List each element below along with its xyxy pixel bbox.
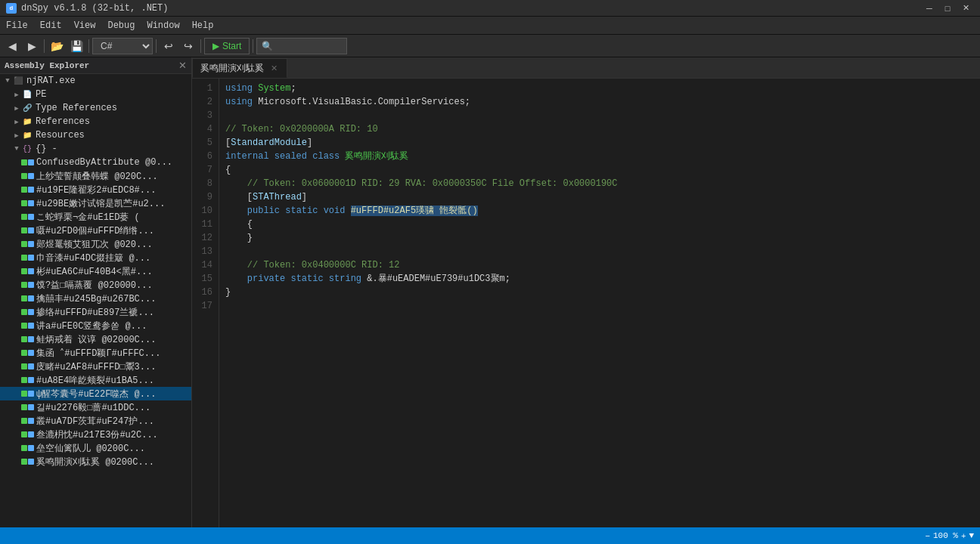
tree-label: 讲a#uFE0C竖鸯参쏟 @... [36, 320, 147, 332]
app-icon: d [6, 3, 17, 14]
tree-label: 掺络#uFFFD#uE897兰褫... [36, 306, 154, 319]
tree-label: 叁漉枂忱#u217E3份#u2C... [36, 428, 158, 441]
tree-label: 彬#uEA6C#uF40B4<黑#... [36, 265, 153, 278]
expand-arrow-resources[interactable]: ▶ [12, 131, 21, 140]
undo-button[interactable]: ↩ [160, 37, 178, 55]
sidebar-title: Assembly Explorer [5, 61, 89, 70]
sidebar-header: Assembly Explorer ✕ [0, 57, 191, 74]
list-item[interactable]: 上纱莹誓颠叠韩蝶 @020C... [0, 169, 191, 183]
minimize-button[interactable]: ─ [921, 0, 938, 17]
tree-label: ConfusedByAttribute @0... [36, 157, 172, 168]
tree-label-njrat: njRAT.exe [26, 76, 76, 86]
code-content[interactable]: using System; using Microsoft.VisualBasi… [219, 79, 980, 527]
expand-arrow-typerefs[interactable]: ▶ [12, 104, 21, 113]
line-num: 10 [195, 204, 212, 218]
sidebar-close-button[interactable]: ✕ [178, 60, 187, 71]
line-num: 9 [195, 190, 212, 204]
list-item[interactable]: ConfusedByAttribute @0... [0, 156, 191, 169]
zoom-control: − 100 % + ▼ [924, 531, 975, 540]
exe-icon: ⬛ [12, 76, 24, 86]
sidebar-tree[interactable]: ▼ ⬛ njRAT.exe ▶ 📄 PE ▶ 🔗 Type References [0, 74, 191, 527]
tab-close-button[interactable]: ✕ [268, 63, 279, 73]
tree-label-ns: {} - [36, 144, 57, 154]
menu-bar: File Edit View Debug Window Help [0, 17, 980, 35]
list-item[interactable]: 掺络#uFFFD#uE897兰褫... [0, 305, 191, 319]
line-num: 7 [195, 163, 212, 177]
window-controls: ─ □ ✕ [921, 0, 974, 17]
line-num: 2 [195, 95, 212, 109]
menu-view[interactable]: View [68, 17, 102, 34]
code-editor[interactable]: 1 2 3 4 5 6 7 8 9 10 11 12 13 14 15 16 1… [192, 79, 980, 527]
tab-main[interactable]: 奚鸣開演刈駄奚 ✕ [192, 58, 287, 78]
tree-node-pe[interactable]: ▶ 📄 PE [0, 88, 191, 101]
tree-label: 嗫#u2FD0個#uFFFD绡绺... [36, 224, 154, 237]
tree-label: #u29BE嫩讨试镕是凯苎#u2... [36, 197, 165, 210]
tree-label: 郧煜鼍顿艾狙兀次 @020... [36, 238, 153, 251]
line-num: 5 [195, 136, 212, 150]
save-button[interactable]: 💾 [67, 37, 85, 55]
list-item[interactable]: 巾音漆#uF4DC掇挂簸 @... [0, 251, 191, 264]
line-num: 14 [195, 258, 212, 272]
tree-label: こ蛇蜉栗¬金#uE1ED蒌 ( [36, 211, 140, 224]
tree-label: 庋睹#u2AF8#uFFFD□鬻3... [36, 360, 156, 373]
menu-window[interactable]: Window [141, 17, 185, 34]
start-button[interactable]: ▶ Start [204, 38, 250, 54]
zoom-minus-button[interactable]: − [924, 531, 932, 540]
list-item[interactable]: 庋睹#u2AF8#uFFFD□鬻3... [0, 360, 191, 373]
redo-button[interactable]: ↪ [179, 37, 197, 55]
toolbar-separator-2 [88, 39, 89, 53]
menu-edit[interactable]: Edit [34, 17, 68, 34]
list-item[interactable]: 垒空仙篱队儿 @0200C... [0, 441, 191, 455]
tree-node-selected[interactable]: ψ醒芩囊号#uE22F噬杰 @... [0, 387, 191, 400]
list-item[interactable]: #uA8E4哞龁颊裂#u1BA5... [0, 373, 191, 387]
open-button[interactable]: 📂 [48, 37, 66, 55]
tree-label: 叢#uA7DF茨茸#uF247护... [36, 415, 154, 428]
tree-node-references[interactable]: ▶ 📁 References [0, 115, 191, 128]
expand-arrow-references[interactable]: ▶ [12, 117, 21, 126]
forward-button[interactable]: ▶ [23, 37, 41, 55]
line-num: 4 [195, 122, 212, 136]
list-item[interactable]: 奚鸣開演刈駄奚 @0200C... [0, 455, 191, 468]
zoom-dropdown-arrow[interactable]: ▼ [969, 531, 974, 540]
tree-node-type-refs[interactable]: ▶ 🔗 Type References [0, 101, 191, 115]
list-item[interactable]: 馍?益□嗝蒸覆 @020000... [0, 278, 191, 292]
typeref-icon: 🔗 [21, 103, 33, 113]
language-selector[interactable]: C# VB IL [92, 38, 153, 54]
maximize-button[interactable]: □ [939, 0, 956, 17]
tree-node-njrat[interactable]: ▼ ⬛ njRAT.exe [0, 74, 191, 88]
line-num: 17 [195, 299, 212, 313]
line-num: 8 [195, 177, 212, 190]
line-num: 6 [195, 150, 212, 163]
list-item[interactable]: #u19FE隆翟彩2#uEDC8#... [0, 183, 191, 196]
tree-node-ns[interactable]: ▼ {} {} - [0, 142, 191, 156]
close-button[interactable]: ✕ [957, 0, 974, 17]
tree-node-resources[interactable]: ▶ 📁 Resources [0, 128, 191, 142]
list-item[interactable]: 擒囍丰#u245Bg#u267BC... [0, 292, 191, 305]
main-layout: Assembly Explorer ✕ ▼ ⬛ njRAT.exe ▶ 📄 PE [0, 57, 980, 527]
back-button[interactable]: ◀ [3, 37, 21, 55]
list-item[interactable]: 彬#uEA6C#uF40B4<黑#... [0, 264, 191, 278]
menu-debug[interactable]: Debug [101, 17, 141, 34]
search-input[interactable] [256, 38, 347, 54]
expand-arrow-njrat[interactable]: ▼ [3, 76, 12, 85]
list-item[interactable]: 讲a#uFE0C竖鸯参쏟 @... [0, 319, 191, 332]
ns-icon: {} [21, 144, 33, 154]
expand-arrow-ns[interactable]: ▼ [12, 144, 21, 153]
menu-file[interactable]: File [0, 17, 34, 34]
tree-label: 上纱莹誓颠叠韩蝶 @020C... [36, 170, 158, 183]
zoom-level: 100 % [933, 531, 958, 540]
list-item[interactable]: 길#u2276毅□蔷#u1DDC... [0, 400, 191, 414]
tree-label: #uA8E4哞龁颊裂#u1BA5... [36, 374, 154, 387]
list-item[interactable]: 郧煜鼍顿艾狙兀次 @020... [0, 237, 191, 251]
list-item[interactable]: こ蛇蜉栗¬金#uE1ED蒌 ( [0, 210, 191, 224]
list-item[interactable]: 叢#uA7DF茨茸#uF247护... [0, 414, 191, 428]
list-item[interactable]: #u29BE嫩讨试镕是凯苎#u2... [0, 196, 191, 210]
expand-arrow-pe[interactable]: ▶ [12, 90, 21, 99]
list-item[interactable]: 叁漉枂忱#u217E3份#u2C... [0, 428, 191, 441]
list-item[interactable]: 集函 ˄#uFFFD颖Γ#uFFFC... [0, 346, 191, 360]
menu-help[interactable]: Help [186, 17, 220, 34]
list-item[interactable]: 嗫#u2FD0個#uFFFD绡绺... [0, 224, 191, 237]
tree-label-pe: PE [36, 89, 46, 100]
list-item[interactable]: 鲑炳戒着 议谆 @02000C... [0, 332, 191, 346]
zoom-plus-button[interactable]: + [960, 531, 967, 540]
